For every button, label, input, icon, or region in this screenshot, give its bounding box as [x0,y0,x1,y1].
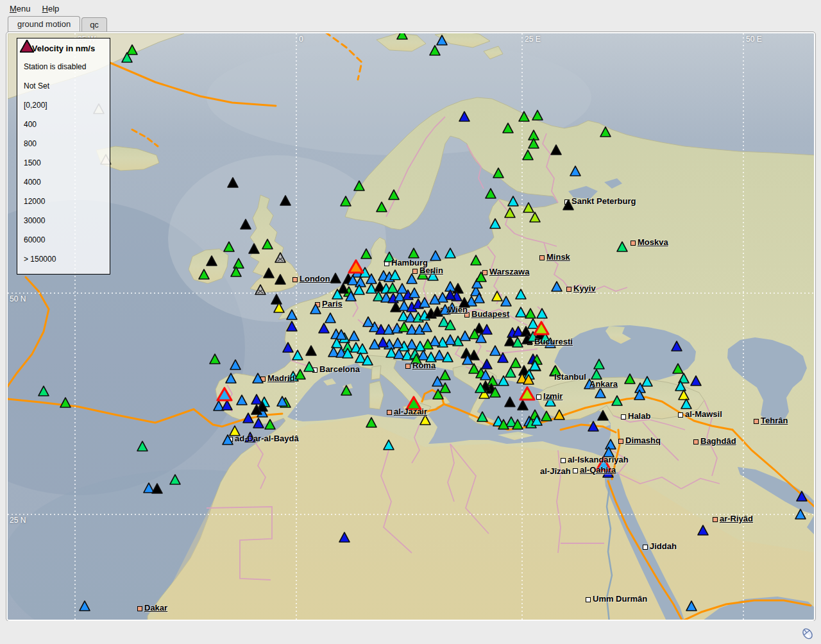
station-marker[interactable] [440,370,450,380]
menu-item-menu[interactable]: Menu [4,2,37,15]
station-marker[interactable] [625,374,635,384]
station-marker[interactable] [389,190,399,199]
station-marker[interactable] [137,441,148,451]
station-marker[interactable] [477,412,487,421]
station-marker[interactable] [199,269,209,279]
station-marker[interactable] [797,491,807,501]
station-marker[interactable] [532,110,543,120]
station-marker[interactable] [264,268,274,278]
station-marker[interactable] [681,399,691,409]
station-marker[interactable] [271,294,282,304]
station-marker[interactable] [283,343,293,352]
station-marker[interactable] [430,251,441,260]
station-marker[interactable] [275,275,285,284]
station-marker[interactable] [600,127,611,137]
station-marker[interactable] [421,322,432,332]
station-marker[interactable] [262,239,273,249]
station-marker[interactable] [594,359,604,369]
station-marker[interactable] [152,484,162,493]
station-marker[interactable] [482,359,492,369]
station-marker[interactable] [407,274,417,284]
station-marker[interactable] [552,282,562,291]
station-marker[interactable] [387,283,398,292]
station-marker[interactable] [679,390,689,400]
station-marker[interactable] [287,321,297,331]
station-marker[interactable] [443,352,453,362]
station-marker[interactable] [292,350,303,360]
station-marker[interactable] [230,360,241,369]
station-marker[interactable] [361,249,371,258]
station-marker[interactable] [591,369,602,379]
station-marker[interactable] [595,388,605,398]
station-marker[interactable] [249,244,259,253]
station-marker[interactable] [541,411,552,421]
station-marker[interactable] [280,196,291,205]
station-marker[interactable] [419,298,430,307]
station-marker[interactable] [38,386,49,396]
station-marker[interactable] [319,323,329,333]
station-marker[interactable] [377,202,387,212]
station-marker[interactable] [617,242,627,251]
station-marker[interactable] [430,46,440,55]
station-marker[interactable] [430,336,440,346]
station-marker[interactable] [228,178,238,187]
station-marker[interactable] [434,350,444,360]
station-marker[interactable] [369,339,380,349]
station-marker[interactable] [144,483,154,493]
station-marker[interactable] [672,341,682,351]
station-marker[interactable] [537,309,547,318]
alert-station-marker[interactable] [520,387,534,400]
station-marker[interactable] [226,373,236,383]
station-marker[interactable] [237,395,247,405]
station-marker[interactable] [170,475,180,484]
station-marker[interactable] [505,397,515,407]
station-marker[interactable] [378,337,388,347]
station-marker[interactable] [530,212,540,222]
station-marker[interactable] [490,219,500,228]
station-marker[interactable] [482,325,492,334]
station-marker[interactable] [397,284,407,293]
station-marker[interactable] [512,337,523,347]
station-marker[interactable] [354,181,364,191]
station-marker[interactable] [525,309,536,318]
station-marker[interactable] [490,346,500,355]
station-marker[interactable] [207,256,217,266]
station-marker[interactable] [222,400,232,410]
alert-station-marker[interactable] [217,388,232,400]
station-marker[interactable] [523,203,534,212]
station-marker[interactable] [253,418,264,428]
station-marker[interactable] [304,362,314,371]
station-marker[interactable] [519,112,529,121]
station-marker[interactable] [80,601,90,611]
station-marker[interactable] [339,532,350,542]
station-marker[interactable] [698,525,708,535]
station-marker[interactable] [598,411,608,420]
station-marker[interactable] [287,310,297,319]
station-marker[interactable] [409,288,419,298]
station-marker[interactable] [341,196,351,206]
station-marker[interactable] [492,291,502,301]
station-marker[interactable] [554,410,564,419]
station-marker[interactable] [471,255,481,265]
map-view[interactable]: 25 W025 E50 E50 N25 NLondonParisHamburgB… [6,32,815,621]
station-marker[interactable] [330,273,341,283]
station-marker[interactable] [397,33,407,39]
station-marker[interactable] [691,376,701,386]
station-marker[interactable] [459,112,470,121]
station-marker[interactable] [325,313,335,323]
alert-station-marker[interactable] [349,260,363,273]
station-marker[interactable] [795,509,806,519]
station-marker[interactable] [516,307,526,317]
station-marker[interactable] [503,123,513,133]
tab-qc[interactable]: qc [81,17,107,32]
station-marker[interactable] [486,189,496,198]
station-marker[interactable] [518,400,528,410]
station-marker[interactable] [505,208,515,217]
station-marker[interactable] [528,319,538,328]
station-marker[interactable] [407,339,417,349]
station-marker[interactable] [241,219,251,229]
station-marker[interactable] [570,166,580,176]
station-marker[interactable] [366,418,377,427]
station-marker[interactable] [251,394,262,404]
station-marker[interactable] [60,398,71,407]
